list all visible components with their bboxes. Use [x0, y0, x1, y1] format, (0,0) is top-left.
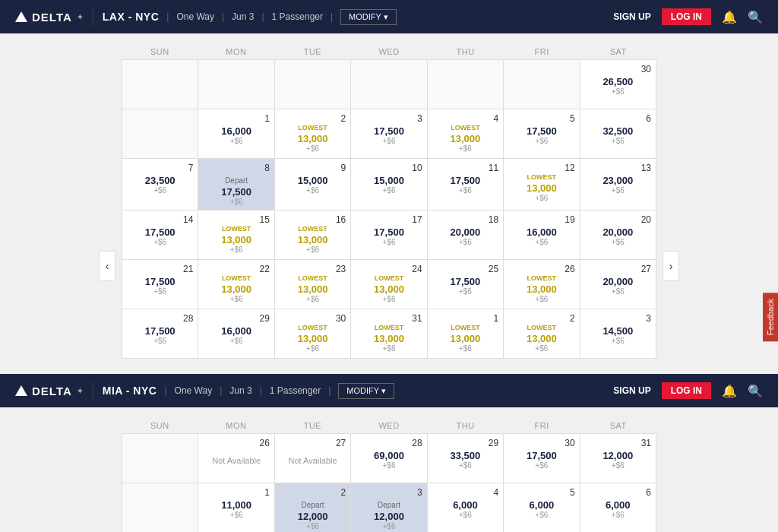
- cal-cell-0-3-6[interactable]: 2020,000+$6: [580, 211, 656, 260]
- cell-date-0-2-5: 12: [508, 163, 574, 173]
- cal-cell-0-2-1[interactable]: 8Depart17,500+$6: [198, 159, 274, 211]
- header-divider5-1: |: [328, 385, 330, 396]
- cal-cell-0-5-3[interactable]: 31LOWEST13,000+$6: [351, 309, 427, 359]
- header-route-1: MIA - NYC: [103, 385, 157, 397]
- cell-surcharge-0-1-5: +$6: [508, 137, 574, 145]
- cal-cell-0-2-6[interactable]: 1323,000+$6: [580, 159, 656, 211]
- cell-date-1-1-6: 6: [585, 487, 651, 498]
- cell-price-0-4-2: 13,000: [280, 283, 346, 295]
- cal-cell-1-1-0: [122, 483, 198, 532]
- cal-cell-0-1-2[interactable]: 2LOWEST13,000+$6: [275, 109, 351, 159]
- cell-surcharge-0-4-6: +$6: [585, 287, 651, 296]
- cal-cell-0-1-0: [122, 109, 198, 159]
- cell-surcharge-1-1-6: +$6: [585, 511, 651, 519]
- cal-cell-1-0-6[interactable]: 3112,000+$6: [580, 434, 656, 483]
- cell-price-1-0-3: 69,000: [356, 450, 422, 461]
- cal-cell-0-4-5[interactable]: 26LOWEST13,000+$6: [504, 260, 580, 309]
- cal-cell-1-0-5[interactable]: 3017,500+$6: [504, 434, 580, 483]
- cell-date-0-1-6: 6: [585, 113, 651, 124]
- login-button-1[interactable]: LOG IN: [662, 382, 711, 399]
- cal-cell-1-0-3[interactable]: 2869,000+$6: [351, 434, 427, 483]
- cell-surcharge-0-0-6: +$6: [585, 87, 651, 96]
- cal-cell-0-1-5[interactable]: 517,500+$6: [504, 109, 580, 159]
- header-divider3-0: |: [222, 11, 224, 22]
- cell-date-0-3-1: 15: [203, 214, 269, 225]
- cal-cell-0-2-3[interactable]: 1015,000+$6: [351, 159, 427, 211]
- feedback-tab[interactable]: Feedback: [763, 293, 778, 341]
- cal-cell-0-1-4[interactable]: 4LOWEST13,000+$6: [428, 109, 504, 159]
- page-scroll[interactable]: DELTA ✦ LAX - NYC | One Way | Jun 3 | 1 …: [0, 0, 778, 532]
- notification-icon-1[interactable]: 🔔: [722, 384, 737, 398]
- cal-cell-0-5-4[interactable]: 1LOWEST13,000+$6: [428, 309, 504, 359]
- cell-date-0-2-0: 7: [127, 163, 193, 173]
- cal-cell-0-4-6[interactable]: 2720,000+$6: [580, 260, 656, 309]
- cal-cell-0-1-3[interactable]: 317,500+$6: [351, 109, 427, 159]
- cell-price-0-3-6: 20,000: [585, 226, 651, 238]
- notification-icon-0[interactable]: 🔔: [722, 10, 737, 24]
- cal-cell-0-2-2[interactable]: 915,000+$6: [275, 159, 351, 211]
- cal-cell-1-0-2[interactable]: 27Not Available: [275, 434, 351, 483]
- modify-button-0[interactable]: MODIFY ▾: [340, 9, 397, 25]
- modify-button-1[interactable]: MODIFY ▾: [338, 383, 394, 399]
- cal-cell-0-2-0[interactable]: 723,500+$6: [122, 159, 198, 211]
- cal-cell-0-4-3[interactable]: 24LOWEST13,000+$6: [351, 260, 427, 309]
- cal-cell-0-5-6[interactable]: 314,500+$6: [580, 309, 656, 359]
- cal-cell-0-0-6[interactable]: 3026,500+$6: [580, 60, 656, 109]
- cal-cell-0-4-0[interactable]: 2117,500+$6: [122, 260, 198, 309]
- cell-date-1-0-2: 27: [280, 438, 346, 448]
- cell-date-0-3-2: 16: [280, 214, 346, 225]
- signup-button-1[interactable]: SIGN UP: [613, 385, 650, 396]
- cell-price-0-2-0: 23,500: [127, 175, 193, 186]
- cal-cell-1-0-1[interactable]: 26Not Available: [198, 434, 274, 483]
- cal-cell-0-3-3[interactable]: 1717,500+$6: [351, 211, 427, 260]
- cal-cell-0-2-4[interactable]: 1117,500+$6: [428, 159, 504, 211]
- cell-date-0-1-4: 4: [432, 113, 498, 124]
- cal-cell-0-5-5[interactable]: 2LOWEST13,000+$6: [504, 309, 580, 359]
- cell-date-0-4-3: 24: [356, 264, 422, 274]
- cal-cell-0-5-1[interactable]: 2916,000+$6: [198, 309, 274, 359]
- cell-surcharge-0-5-6: +$6: [585, 337, 651, 345]
- cal-cell-0-3-4[interactable]: 1820,000+$6: [428, 211, 504, 260]
- search-icon-0[interactable]: 🔍: [748, 10, 763, 24]
- cal-cell-1-1-5[interactable]: 56,000+$6: [504, 483, 580, 532]
- cal-cell-0-1-6[interactable]: 632,500+$6: [580, 109, 656, 159]
- cell-price-0-4-3: 13,000: [356, 283, 422, 295]
- cal-cell-0-3-5[interactable]: 1916,000+$6: [504, 211, 580, 260]
- cal-cell-0-5-0[interactable]: 2817,500+$6: [122, 309, 198, 359]
- cell-lowest-label-0-4-3: LOWEST: [356, 274, 422, 282]
- cal-cell-0-2-5[interactable]: 12LOWEST13,000+$6: [504, 159, 580, 211]
- header-1: DELTA ✦ MIA - NYC | One Way | Jun 3 | 1 …: [0, 374, 778, 407]
- cal-cell-1-1-6[interactable]: 66,000+$6: [580, 483, 656, 532]
- cal-cell-1-1-3[interactable]: 3Depart12,000+$6: [351, 483, 427, 532]
- cal-cell-1-1-1[interactable]: 111,000+$6: [198, 483, 274, 532]
- cal-cell-1-1-2[interactable]: 2Depart12,000+$6: [275, 483, 351, 532]
- cal-cell-0-5-2[interactable]: 30LOWEST13,000+$6: [275, 309, 351, 359]
- cal-cell-0-3-1[interactable]: 15LOWEST13,000+$6: [198, 211, 274, 260]
- cell-price-1-0-4: 33,500: [432, 450, 498, 461]
- cal-cell-0-3-0[interactable]: 1417,500+$6: [122, 211, 198, 260]
- cal-cell-0-1-1[interactable]: 116,000+$6: [198, 109, 274, 159]
- cal-cell-0-4-4[interactable]: 2517,500+$6: [428, 260, 504, 309]
- cell-price-0-5-5: 13,000: [508, 333, 574, 344]
- cal-cell-1-0-4[interactable]: 2933,500+$6: [428, 434, 504, 483]
- cal-cell-0-0-3: [351, 60, 427, 109]
- cal-cell-0-4-2[interactable]: 23LOWEST13,000+$6: [275, 260, 351, 309]
- cell-price-0-2-2: 15,000: [280, 175, 346, 186]
- login-button-0[interactable]: LOG IN: [662, 8, 711, 25]
- cell-surcharge-0-5-5: +$6: [508, 344, 574, 353]
- cell-surcharge-0-2-5: +$6: [508, 194, 574, 202]
- cell-date-0-1-5: 5: [508, 113, 574, 124]
- cal-cell-0-3-2[interactable]: 16LOWEST13,000+$6: [275, 211, 351, 260]
- search-icon-1[interactable]: 🔍: [748, 384, 763, 398]
- cell-date-0-4-0: 21: [127, 264, 193, 274]
- cal-cell-1-1-4[interactable]: 46,000+$6: [428, 483, 504, 532]
- signup-button-0[interactable]: SIGN UP: [613, 11, 650, 22]
- cal-cell-0-4-1[interactable]: 22LOWEST13,000+$6: [198, 260, 274, 309]
- header-divider2-1: |: [164, 385, 166, 396]
- cell-price-0-5-2: 13,000: [280, 333, 346, 344]
- cell-price-1-1-4: 6,000: [432, 499, 498, 511]
- cell-lowest-label-0-5-3: LOWEST: [356, 324, 422, 331]
- cell-surcharge-0-3-6: +$6: [585, 238, 651, 246]
- prev-nav-1[interactable]: ‹: [99, 251, 115, 281]
- next-nav-1[interactable]: ›: [663, 251, 679, 281]
